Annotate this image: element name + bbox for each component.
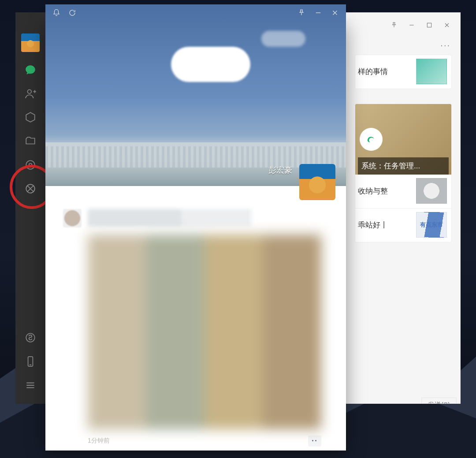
post-timestamp: 1分钟前	[88, 437, 110, 445]
svg-point-4	[28, 89, 32, 93]
article-thumbnail	[416, 59, 447, 84]
post-text-blurred	[88, 209, 321, 227]
article-thumbnail: 有点东市	[416, 212, 447, 238]
svg-rect-1	[427, 23, 431, 27]
phone-icon[interactable]	[24, 355, 37, 368]
close-icon[interactable]	[331, 9, 339, 17]
moments-post: 1分钟前 ··	[63, 209, 321, 449]
contacts-icon[interactable]	[24, 87, 37, 100]
post-actions-button[interactable]: ··	[308, 436, 321, 447]
post-avatar[interactable]	[63, 209, 82, 227]
maximize-button[interactable]	[424, 20, 435, 30]
close-button[interactable]	[442, 20, 452, 30]
send-button[interactable]: 发送(S)	[421, 398, 457, 404]
svg-point-7	[26, 160, 35, 169]
moments-cover: 彭宏豪	[45, 4, 346, 186]
user-avatar[interactable]	[21, 34, 40, 52]
browse-icon[interactable]	[24, 159, 37, 171]
svg-point-8	[29, 164, 32, 167]
article-card[interactable]: 样的事情	[355, 55, 451, 89]
minimize-icon[interactable]	[314, 9, 322, 17]
subscription-article-list: 样的事情 系统：任务管理... 收纳与整 乖站好丨 有点东市	[355, 55, 451, 257]
article-title: 乖站好丨	[358, 220, 388, 230]
wechat-sidebar	[15, 12, 45, 404]
article-card[interactable]: 系统：任务管理... 收纳与整 乖站好丨 有点东市	[355, 104, 451, 242]
files-icon[interactable]	[24, 135, 37, 147]
brand-logo-icon	[360, 128, 383, 151]
article-title: 样的事情	[358, 67, 388, 77]
refresh-icon[interactable]	[68, 9, 76, 17]
cover-username: 彭宏豪	[268, 165, 292, 175]
moments-window: 彭宏豪	[45, 21, 346, 451]
article-thumbnail	[416, 178, 447, 204]
bell-icon[interactable]	[52, 9, 60, 17]
moments-icon[interactable]	[24, 182, 37, 195]
post-image-grid-blurred[interactable]	[88, 235, 321, 429]
minimize-button[interactable]	[406, 20, 417, 30]
pin-icon[interactable]	[298, 9, 305, 17]
chat-icon[interactable]	[24, 63, 37, 76]
article-caption: 系统：任务管理...	[358, 157, 449, 175]
menu-icon[interactable]	[24, 379, 37, 391]
article-title: 收纳与整	[358, 186, 388, 196]
miniprogram-icon[interactable]	[24, 331, 37, 344]
pin-button[interactable]	[389, 20, 399, 30]
more-button[interactable]: ···	[440, 40, 450, 50]
cover-avatar[interactable]	[299, 164, 335, 200]
favorites-icon[interactable]	[24, 111, 37, 123]
moments-feed[interactable]: 1分钟前 ··	[45, 186, 346, 451]
